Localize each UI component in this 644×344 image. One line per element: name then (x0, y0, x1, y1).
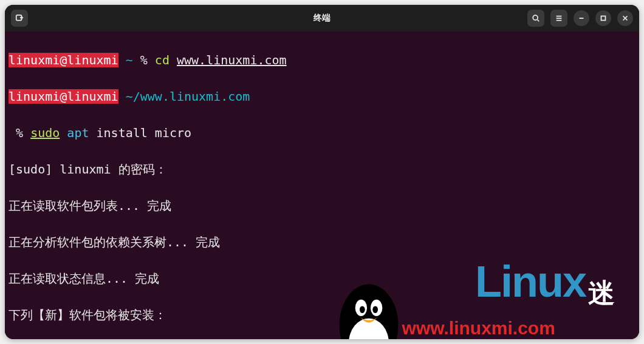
prompt-line-3: % sudo apt install micro (9, 124, 635, 142)
cwd: ~/www.linuxmi.com (126, 89, 250, 104)
cmd-cd-arg: www.linuxmi.com (177, 53, 287, 67)
hamburger-menu-button[interactable] (550, 10, 567, 27)
output-line: 正在分析软件包的依赖关系树... 完成 (9, 233, 635, 251)
prompt-line-2: linuxmi@linuxmi ~/www.linuxmi.com (9, 87, 635, 106)
prompt-char: % (16, 126, 23, 140)
cmd-sudo: sudo (30, 126, 60, 140)
output-line: 正在读取状态信息... 完成 (9, 269, 635, 288)
home-symbol: ~ (126, 53, 133, 67)
minimize-button[interactable] (574, 10, 589, 26)
prompt-char: % (140, 53, 148, 67)
maximize-button[interactable] (595, 10, 611, 26)
tux-icon (323, 239, 414, 339)
new-tab-button[interactable] (11, 10, 28, 27)
output-line: 正在读取软件包列表... 完成 (9, 197, 635, 215)
prompt-line-1: linuxmi@linuxmi ~ % cd www.linuxmi.com (9, 51, 635, 69)
svg-rect-9 (601, 16, 606, 21)
cmd-install-args: install micro (97, 126, 192, 140)
terminal-content[interactable]: linuxmi@linuxmi ~ % cd www.linuxmi.com l… (5, 32, 639, 339)
search-button[interactable] (527, 10, 544, 27)
cmd-apt: apt (67, 126, 89, 140)
user-host: linuxmi@linuxmi (9, 53, 118, 67)
close-button[interactable] (617, 10, 633, 26)
terminal-window: 终端 linuxmi@linuxmi ~ % cd www.linuxmi.co… (5, 5, 639, 339)
titlebar: 终端 (5, 5, 639, 32)
watermark: Linux迷 www.linuxmi.com (323, 239, 615, 339)
window-title: 终端 (313, 13, 331, 24)
user-host: linuxmi@linuxmi (9, 89, 118, 104)
svg-line-4 (538, 20, 540, 22)
output-line: [sudo] linuxmi 的密码： (9, 160, 635, 178)
svg-point-3 (533, 15, 538, 20)
cmd-cd: cd (155, 53, 170, 67)
output-line: 下列【新】软件包将被安装： (9, 306, 635, 324)
